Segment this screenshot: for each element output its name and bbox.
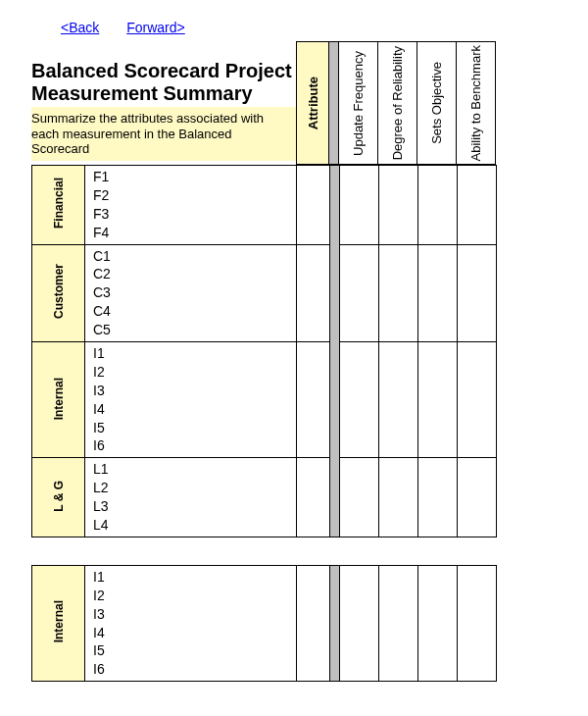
measurement-item: I2 — [93, 587, 296, 605]
measurement-item: I3 — [93, 382, 296, 400]
measurement-item: I4 — [93, 400, 296, 419]
title-block: Balanced Scorecard Project Measurement S… — [0, 56, 296, 165]
reliability-cell — [379, 565, 418, 681]
measurement-item: I5 — [93, 641, 296, 660]
measurement-item: F4 — [93, 224, 296, 242]
measurement-item: L1 — [93, 460, 296, 479]
measurement-item: I6 — [93, 660, 296, 679]
nav-links: <Back Forward> — [0, 10, 588, 41]
measurement-item: I3 — [93, 605, 296, 624]
measurement-item: C4 — [93, 302, 296, 321]
measurement-item: F2 — [93, 186, 296, 205]
category-label: Internal — [52, 378, 66, 420]
gap-cell — [330, 342, 340, 458]
attribute-cell — [297, 458, 330, 537]
sets-obj-cell — [418, 244, 458, 341]
col-update-frequency: Update Frequency — [339, 41, 378, 165]
group-row: CustomerC1C2C3C4C5 — [32, 244, 497, 341]
items-cell: F1F2F3F4 — [85, 166, 297, 245]
benchmark-cell — [458, 244, 497, 341]
page: <Back Forward> Balanced Scorecard Projec… — [0, 0, 588, 682]
category-cell: Financial — [32, 166, 85, 245]
update-freq-cell — [340, 166, 379, 245]
measurement-item: I5 — [93, 419, 296, 437]
gap-cell — [330, 565, 340, 681]
measurement-item: L3 — [93, 497, 296, 516]
measurement-item: I1 — [93, 568, 296, 587]
update-freq-cell — [340, 458, 379, 537]
measurement-item: I4 — [93, 624, 296, 642]
measurement-item: F1 — [93, 168, 296, 186]
measurement-item: C3 — [93, 283, 296, 302]
group-row: FinancialF1F2F3F4 — [32, 166, 497, 245]
category-cell: Internal — [32, 342, 85, 458]
measurement-item: L2 — [93, 479, 296, 497]
attribute-cell — [297, 342, 330, 458]
measurement-item: I1 — [93, 344, 296, 363]
attribute-cell — [297, 565, 330, 681]
measurement-item: C2 — [93, 265, 296, 283]
category-cell: Customer — [32, 244, 85, 341]
items-cell: C1C2C3C4C5 — [85, 244, 297, 341]
sets-obj-cell — [418, 565, 458, 681]
items-cell: L1L2L3L4 — [85, 458, 297, 537]
page-title: Balanced Scorecard Project Measurement S… — [31, 60, 296, 105]
col-ability-benchmark: Ability to Benchmark — [457, 41, 496, 165]
forward-link[interactable]: Forward> — [126, 20, 185, 35]
scorecard-table-2: InternalI1I2I3I4I5I6 — [31, 565, 497, 682]
items-cell: I1I2I3I4I5I6 — [85, 342, 297, 458]
back-link[interactable]: <Back — [61, 20, 99, 35]
attribute-cell — [297, 166, 330, 245]
sets-obj-cell — [418, 342, 458, 458]
page-subtitle: Summarize the attributes associated with… — [31, 107, 296, 161]
category-label: Internal — [52, 600, 66, 642]
reliability-cell — [379, 342, 418, 458]
gap-cell — [330, 458, 340, 537]
benchmark-cell — [458, 458, 497, 537]
measurement-item: I6 — [93, 436, 296, 455]
group-row: InternalI1I2I3I4I5I6 — [32, 565, 497, 681]
col-attribute: Attribute — [296, 41, 329, 165]
measurement-item: C5 — [93, 321, 296, 339]
reliability-cell — [379, 244, 418, 341]
category-label: Customer — [52, 264, 66, 319]
col-gap — [329, 41, 339, 165]
group-row: L & GL1L2L3L4 — [32, 458, 497, 537]
sets-obj-cell — [418, 458, 458, 537]
col-sets-objective: Sets Objective — [417, 41, 457, 165]
category-label: L & G — [52, 481, 66, 512]
gap-cell — [330, 166, 340, 245]
measurement-item: F3 — [93, 205, 296, 224]
gap-cell — [330, 244, 340, 341]
update-freq-cell — [340, 565, 379, 681]
col-degree-reliability: Degree of Reliability — [378, 41, 417, 165]
sets-obj-cell — [418, 166, 458, 245]
benchmark-cell — [458, 565, 497, 681]
reliability-cell — [379, 458, 418, 537]
category-cell: Internal — [32, 565, 85, 681]
update-freq-cell — [340, 244, 379, 341]
category-cell: L & G — [32, 458, 85, 537]
category-label: Financial — [52, 178, 66, 229]
group-row: InternalI1I2I3I4I5I6 — [32, 342, 497, 458]
reliability-cell — [379, 166, 418, 245]
attribute-cell — [297, 244, 330, 341]
items-cell: I1I2I3I4I5I6 — [85, 565, 297, 681]
header-row: Balanced Scorecard Project Measurement S… — [0, 41, 588, 165]
benchmark-cell — [458, 166, 497, 245]
measurement-item: C1 — [93, 247, 296, 266]
update-freq-cell — [340, 342, 379, 458]
measurement-item: L4 — [93, 516, 296, 535]
scorecard-table-1: FinancialF1F2F3F4CustomerC1C2C3C4C5Inter… — [31, 165, 497, 537]
benchmark-cell — [458, 342, 497, 458]
measurement-item: I2 — [93, 363, 296, 382]
